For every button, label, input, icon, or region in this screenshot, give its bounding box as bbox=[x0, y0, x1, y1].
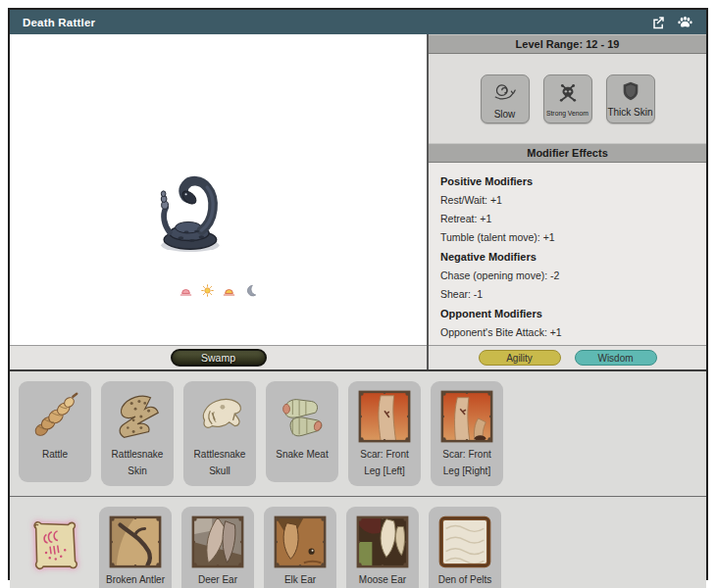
modifier-line: Tumble (talent move): +1 bbox=[440, 231, 694, 243]
deer-ear-accessory-icon bbox=[188, 513, 247, 571]
item-label: Snake Meat bbox=[276, 447, 328, 464]
broken-antler-decor-card[interactable]: Broken Antler Decor bbox=[99, 507, 172, 588]
snake-meat-icon bbox=[273, 387, 332, 446]
death-rattler-snake-icon bbox=[145, 163, 231, 261]
rattle-card[interactable]: Rattle bbox=[19, 381, 91, 482]
item-label: Den of Pelts bbox=[438, 572, 491, 588]
item-label: Rattlesnake Skull bbox=[187, 447, 252, 479]
modifier-line: Opponent's Bite Attack: +1 bbox=[440, 326, 694, 338]
den-of-pelts-icon bbox=[435, 513, 494, 571]
scar-front-leg-right-icon bbox=[437, 387, 496, 446]
rattlesnake-skull-icon bbox=[190, 387, 249, 446]
rattlesnake-skin-card[interactable]: Rattlesnake Skin bbox=[101, 381, 174, 486]
ability-slow[interactable]: Slow bbox=[481, 74, 530, 123]
scar-front-leg-right-card[interactable]: Scar: Front Leg [Right] bbox=[431, 381, 503, 486]
modifier-effects-header: Modifier Effects bbox=[429, 143, 706, 163]
ability-thick-skin[interactable]: Thick Skin bbox=[606, 74, 655, 123]
modifier-group-heading: Negative Modifiers bbox=[440, 251, 694, 263]
titlebar: Death Rattler bbox=[10, 10, 706, 34]
creature-info-window: Death Rattler Swamp Level Range: 12 - 19… bbox=[8, 8, 708, 580]
window-title: Death Rattler bbox=[23, 17, 95, 28]
moose-ear-accessory-card[interactable]: Moose Ear Accessory bbox=[346, 507, 419, 588]
item-label: Scar: Front Leg [Right] bbox=[435, 447, 499, 479]
snake-meat-card[interactable]: Snake Meat bbox=[266, 381, 338, 482]
broken-antler-decor-icon bbox=[106, 513, 165, 571]
item-label: Moose Ear Accessory bbox=[350, 572, 415, 588]
rattlesnake-skull-card[interactable]: Rattlesnake Skull bbox=[183, 381, 256, 486]
modifier-line: Rest/Wait: +1 bbox=[440, 194, 694, 206]
map-scroll-icon[interactable] bbox=[19, 514, 89, 579]
attribute-buttons-bar: AgilityWisdom bbox=[429, 345, 706, 369]
moose-ear-accessory-icon bbox=[353, 513, 412, 571]
ability-label: Thick Skin bbox=[607, 107, 652, 118]
moon-icon bbox=[244, 284, 257, 297]
item-label: Scar: Front Leg [Left] bbox=[352, 447, 417, 479]
modifier-line: Retreat: +1 bbox=[440, 213, 694, 224]
abilities-section: SlowStrong VenomThick Skin bbox=[429, 54, 706, 143]
ability-label: Slow bbox=[494, 109, 516, 120]
scar-front-leg-left-icon bbox=[355, 387, 414, 446]
main-area: Swamp Level Range: 12 - 19 SlowStrong Ve… bbox=[10, 34, 706, 371]
item-label: Broken Antler Decor bbox=[103, 572, 168, 588]
active-time-indicators bbox=[10, 284, 427, 297]
deer-ear-accessory-card[interactable]: Deer Ear Accessory bbox=[181, 507, 254, 588]
modifier-group-heading: Opponent Modifiers bbox=[440, 308, 694, 319]
sunrise-icon bbox=[179, 284, 192, 297]
creature-display-panel: Swamp bbox=[10, 34, 429, 369]
habitat-swamp-button[interactable]: Swamp bbox=[171, 349, 267, 367]
modifier-line: Shear: -1 bbox=[440, 288, 694, 300]
external-link-icon[interactable] bbox=[651, 15, 666, 29]
sunset-icon bbox=[223, 284, 235, 297]
attribute-agility-button[interactable]: Agility bbox=[479, 350, 561, 366]
modifier-effects-list: Positive ModifiersRest/Wait: +1Retreat: … bbox=[429, 163, 706, 345]
sun-icon bbox=[201, 284, 214, 297]
shield-icon bbox=[620, 80, 641, 106]
item-label: Elk Ear Accessory bbox=[268, 572, 332, 588]
snail-icon bbox=[492, 78, 518, 108]
paw-icon[interactable] bbox=[677, 14, 693, 30]
habitat-bar: Swamp bbox=[10, 345, 427, 369]
decor-row: Broken Antler DecorDeer Ear AccessoryElk… bbox=[10, 496, 706, 588]
rattlesnake-skin-icon bbox=[108, 387, 167, 446]
modifier-line: Chase (opening move): -2 bbox=[440, 270, 694, 281]
item-label: Rattle bbox=[42, 447, 68, 464]
scar-front-leg-left-card[interactable]: Scar: Front Leg [Left] bbox=[348, 381, 421, 486]
ability-strong-venom[interactable]: Strong Venom bbox=[543, 74, 592, 123]
den-of-pelts-card[interactable]: Den of Pelts bbox=[429, 507, 501, 588]
skull-crossbones-icon bbox=[556, 81, 580, 109]
modifier-group-heading: Positive Modifiers bbox=[440, 175, 694, 187]
attribute-wisdom-button[interactable]: Wisdom bbox=[575, 350, 657, 366]
item-label: Deer Ear Accessory bbox=[185, 572, 250, 588]
rattle-icon bbox=[26, 387, 84, 446]
drops-row: RattleRattlesnake SkinRattlesnake SkullS… bbox=[10, 371, 706, 496]
elk-ear-accessory-card[interactable]: Elk Ear Accessory bbox=[264, 507, 336, 588]
level-range-header: Level Range: 12 - 19 bbox=[429, 34, 706, 54]
elk-ear-accessory-icon bbox=[271, 513, 330, 571]
ability-label: Strong Venom bbox=[546, 110, 588, 117]
titlebar-icons bbox=[651, 14, 693, 30]
creature-stats-panel: Level Range: 12 - 19 SlowStrong VenomThi… bbox=[429, 34, 706, 369]
item-label: Rattlesnake Skin bbox=[105, 447, 170, 479]
